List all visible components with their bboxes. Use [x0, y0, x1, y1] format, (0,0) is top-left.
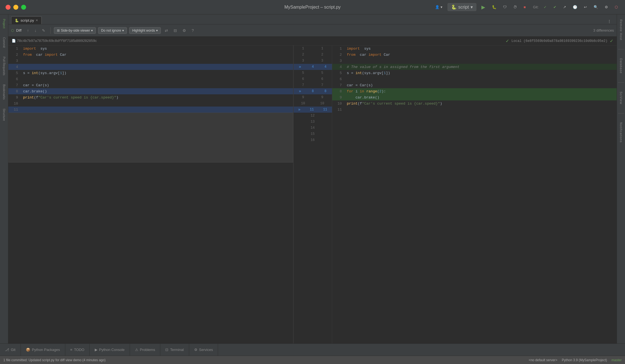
console-tab-label: Python Console — [99, 348, 125, 352]
diff-text-label: Diff — [16, 28, 21, 32]
git-history-icon: 🕐 — [573, 5, 577, 9]
navigate-down-button[interactable]: ↓ — [33, 28, 38, 33]
branch-name[interactable]: master — [611, 358, 622, 362]
bottom-tab-python-console[interactable]: ▶ Python Console — [90, 344, 130, 356]
sidebar-item-remote-host[interactable]: Remote Host — [619, 17, 623, 42]
stop-button[interactable]: ■ — [522, 4, 528, 10]
filter-button[interactable]: ⇄ — [163, 28, 170, 33]
left-line-1: 1 import sys — [8, 46, 293, 52]
jetbrains-icon: ⬡ — [615, 5, 618, 9]
sidebar-sep-3 — [618, 113, 624, 113]
sidebar-item-commit[interactable]: Commit — [2, 36, 6, 49]
terminal-tab-icon: ⊡ — [165, 348, 168, 352]
maximize-button[interactable] — [21, 5, 26, 10]
side-by-side-icon: ⊞ — [57, 29, 60, 32]
debug-icon: 🐛 — [492, 5, 496, 9]
run-button[interactable]: ▶ — [480, 3, 487, 11]
git-revert-button[interactable]: ↩ — [582, 4, 589, 10]
tab-close-button[interactable]: ✕ — [36, 19, 38, 22]
left-line-5: 5 s = int(sys.argv[1]) — [8, 70, 293, 76]
git-check2-button[interactable]: ✔ — [552, 4, 558, 10]
run-config-button[interactable]: 🐍 script ▾ — [448, 3, 476, 11]
tab-script-py[interactable]: 🐍 script.py ✕ — [11, 16, 42, 24]
tab-bar: 🐍 script.py ✕ ⋮ — [8, 14, 617, 24]
bottom-tab-python-packages[interactable]: 📦 Python Packages — [21, 344, 65, 356]
bottom-tab-todo[interactable]: ≡ TODO — [65, 344, 90, 356]
diff-arrow-11[interactable]: » — [298, 107, 300, 112]
close-button[interactable] — [6, 5, 11, 10]
check-icon: ✓ — [506, 38, 509, 44]
coverage-button[interactable]: 🛡 — [501, 4, 508, 10]
todo-tab-label: TODO — [74, 348, 84, 352]
packages-tab-label: Python Packages — [32, 348, 60, 352]
jetbrains-button[interactable]: ⬡ — [613, 4, 619, 10]
ignore-label: Do not ignore — [101, 29, 121, 32]
services-tab-icon: ⚙ — [194, 348, 198, 352]
ignore-chevron: ▾ — [122, 29, 124, 32]
sidebar-item-structure[interactable]: Structure — [2, 107, 6, 123]
settings-button[interactable]: ⚙ — [603, 4, 610, 10]
left-line-3: 3 — [8, 58, 293, 64]
diff-arrow-4[interactable]: » — [299, 65, 301, 69]
run-config-icon: 🐍 — [451, 4, 457, 10]
bottom-tab-problems[interactable]: ⚠ Problems — [130, 344, 161, 356]
stop-icon: ■ — [524, 5, 526, 9]
sidebar-item-bookmarks[interactable]: Bookmarks — [2, 83, 6, 101]
traffic-lights — [6, 5, 26, 10]
side-by-side-dropdown[interactable]: ⊞ Side-by-side viewer ▾ — [54, 27, 96, 34]
separator-1 — [50, 27, 51, 34]
gutter-row-12: 12 — [294, 113, 332, 119]
edit-button[interactable]: ✎ — [40, 28, 47, 33]
ignore-dropdown[interactable]: Do not ignore ▾ — [98, 27, 127, 34]
help-button[interactable]: ? — [190, 28, 196, 33]
bottom-tab-git[interactable]: ⎇ Git — [0, 344, 21, 356]
sidebar-sep-2 — [618, 82, 624, 83]
minimize-button[interactable] — [13, 5, 18, 10]
diff-right-pane[interactable]: 1 import sys 2 from car import Car 3 — [332, 46, 617, 343]
gutter-row-10: 1010 — [294, 100, 332, 107]
gutter-row-4: » 44 — [294, 64, 332, 70]
right-sidebar: Remote Host Database SciView Notificatio… — [617, 14, 625, 343]
search-button[interactable]: 🔍 — [592, 4, 600, 10]
right-line-10: 10 print(f"Car's current speed is {car.s… — [332, 100, 617, 107]
bottom-tab-terminal[interactable]: ⊡ Terminal — [160, 344, 189, 356]
left-line-8: 8 car.brake() — [8, 88, 293, 94]
server-info[interactable]: <no default server> — [529, 358, 557, 362]
bottom-tab-services[interactable]: ⚙ Services — [189, 344, 218, 356]
columns-button[interactable]: ⊟ — [172, 28, 179, 33]
gutter-row-11: » 1111 — [294, 107, 332, 113]
right-line-7: 7 car = Car(s) — [332, 82, 617, 88]
sidebar-item-notifications[interactable]: Notifications — [619, 120, 623, 145]
sidebar-item-project[interactable]: Project — [2, 17, 6, 30]
right-line-4: 4 # The value of s in assigned from the … — [332, 64, 617, 70]
debug-button[interactable]: 🐛 — [490, 4, 498, 10]
gutter-row-8: » 88 — [294, 88, 332, 94]
navigate-up-button[interactable]: ↑ — [25, 28, 31, 33]
gutter-row-15: 15 — [294, 131, 332, 137]
git-push-button[interactable]: ↗ — [561, 4, 568, 10]
profile-button[interactable]: ⏱ — [512, 4, 519, 10]
sidebar-item-database[interactable]: Database — [619, 56, 623, 76]
tab-menu-button[interactable]: ⋮ — [606, 18, 613, 24]
diff-left-pane[interactable]: 1 import sys 2 from car import Car 3 — [8, 46, 293, 343]
title-bar: MySampleProject – script.py 👤 ▾ 🐍 script… — [0, 0, 625, 14]
gutter-row-9: 99 — [294, 94, 332, 100]
hash-value: 78c4b7b97a78759c69c8dff8f7185d809202059c — [17, 39, 97, 43]
python-version[interactable]: Python 3.9 (MySampleProject) — [562, 358, 607, 362]
terminal-tab-label: Terminal — [170, 348, 184, 352]
sidebar-sep-1 — [618, 49, 624, 49]
sidebar-item-pull[interactable]: Pull Requests — [2, 55, 6, 77]
left-line-7: 7 car = Car(s) — [8, 82, 293, 88]
highlight-dropdown[interactable]: Highlight words ▾ — [129, 27, 161, 34]
diff-arrow-8[interactable]: » — [299, 89, 301, 93]
tab-label: script.py — [21, 18, 34, 22]
git-check-button[interactable]: ✓ — [542, 4, 548, 10]
git-revert-icon: ↩ — [584, 5, 587, 9]
gear-button[interactable]: ⚙ — [181, 28, 188, 33]
highlight-chevron: ▾ — [156, 29, 158, 32]
user-button[interactable]: 👤 ▾ — [433, 4, 444, 10]
git-history-button[interactable]: 🕐 — [571, 4, 579, 10]
left-line-9: 9 print(f"Car's current speed is {car.sp… — [8, 94, 293, 100]
sidebar-item-sciview[interactable]: SciView — [619, 89, 623, 107]
coverage-icon: 🛡 — [503, 5, 507, 9]
